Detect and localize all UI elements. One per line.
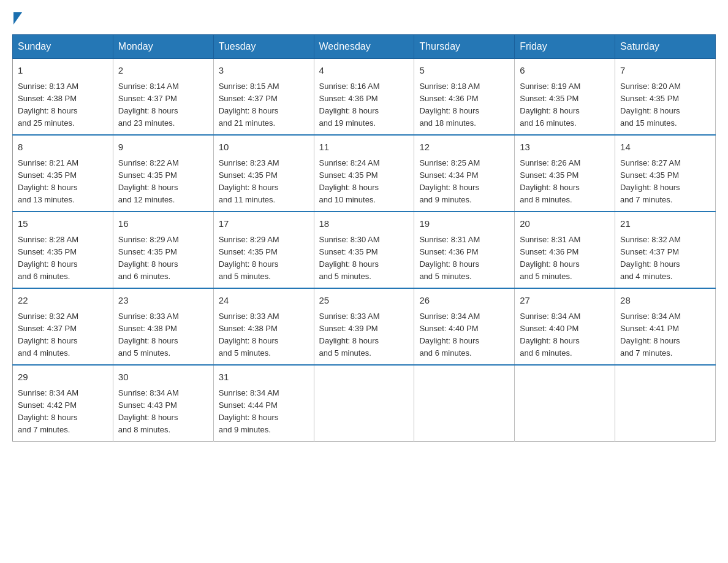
- day-number: 28: [620, 294, 710, 308]
- cell-content: Sunrise: 8:22 AMSunset: 4:35 PMDaylight:…: [118, 157, 208, 207]
- calendar-cell: 9Sunrise: 8:22 AMSunset: 4:35 PMDaylight…: [113, 135, 213, 212]
- day-number: 20: [520, 217, 610, 231]
- cell-content: Sunrise: 8:31 AMSunset: 4:36 PMDaylight:…: [419, 234, 509, 283]
- cell-content: Sunrise: 8:34 AMSunset: 4:40 PMDaylight:…: [520, 310, 610, 360]
- weekday-header-saturday: Saturday: [615, 35, 716, 59]
- calendar-cell: 25Sunrise: 8:33 AMSunset: 4:39 PMDayligh…: [314, 288, 414, 365]
- calendar-cell: 5Sunrise: 8:18 AMSunset: 4:36 PMDaylight…: [414, 59, 515, 136]
- cell-content: Sunrise: 8:34 AMSunset: 4:40 PMDaylight:…: [419, 310, 509, 360]
- day-number: 31: [219, 370, 309, 385]
- cell-content: Sunrise: 8:26 AMSunset: 4:35 PMDaylight:…: [520, 157, 610, 207]
- weekday-header-tuesday: Tuesday: [213, 35, 314, 59]
- weekday-header-thursday: Thursday: [414, 35, 515, 59]
- day-number: 29: [18, 370, 108, 385]
- weekday-header-wednesday: Wednesday: [314, 35, 414, 59]
- calendar-cell: [615, 365, 716, 442]
- day-number: 16: [118, 217, 208, 231]
- calendar-cell: 20Sunrise: 8:31 AMSunset: 4:36 PMDayligh…: [515, 212, 615, 288]
- day-number: 15: [18, 217, 108, 231]
- logo-text: [12, 12, 23, 25]
- calendar-cell: 18Sunrise: 8:30 AMSunset: 4:35 PMDayligh…: [314, 212, 414, 288]
- cell-content: Sunrise: 8:18 AMSunset: 4:36 PMDaylight:…: [419, 80, 509, 130]
- calendar-week-row: 1Sunrise: 8:13 AMSunset: 4:38 PMDaylight…: [13, 59, 716, 136]
- weekday-header-sunday: Sunday: [13, 35, 113, 59]
- cell-content: Sunrise: 8:34 AMSunset: 4:44 PMDaylight:…: [219, 387, 309, 437]
- calendar-cell: 3Sunrise: 8:15 AMSunset: 4:37 PMDaylight…: [213, 59, 314, 136]
- cell-content: Sunrise: 8:27 AMSunset: 4:35 PMDaylight:…: [620, 157, 710, 207]
- cell-content: Sunrise: 8:29 AMSunset: 4:35 PMDaylight:…: [118, 234, 208, 283]
- calendar-week-row: 15Sunrise: 8:28 AMSunset: 4:35 PMDayligh…: [13, 212, 716, 288]
- calendar-cell: 13Sunrise: 8:26 AMSunset: 4:35 PMDayligh…: [515, 135, 615, 212]
- day-number: 23: [118, 294, 208, 308]
- calendar-cell: 14Sunrise: 8:27 AMSunset: 4:35 PMDayligh…: [615, 135, 716, 212]
- calendar-cell: 28Sunrise: 8:34 AMSunset: 4:41 PMDayligh…: [615, 288, 716, 365]
- cell-content: Sunrise: 8:33 AMSunset: 4:38 PMDaylight:…: [118, 310, 208, 360]
- calendar-table: SundayMondayTuesdayWednesdayThursdayFrid…: [12, 34, 716, 442]
- calendar-cell: 23Sunrise: 8:33 AMSunset: 4:38 PMDayligh…: [113, 288, 213, 365]
- day-number: 14: [620, 140, 710, 155]
- day-number: 10: [219, 140, 309, 155]
- cell-content: Sunrise: 8:14 AMSunset: 4:37 PMDaylight:…: [118, 80, 208, 130]
- day-number: 1: [18, 64, 108, 78]
- calendar-cell: 17Sunrise: 8:29 AMSunset: 4:35 PMDayligh…: [213, 212, 314, 288]
- day-number: 2: [118, 64, 208, 78]
- cell-content: Sunrise: 8:20 AMSunset: 4:35 PMDaylight:…: [620, 80, 710, 130]
- calendar-cell: 26Sunrise: 8:34 AMSunset: 4:40 PMDayligh…: [414, 288, 515, 365]
- cell-content: Sunrise: 8:15 AMSunset: 4:37 PMDaylight:…: [219, 80, 309, 130]
- calendar-cell: 4Sunrise: 8:16 AMSunset: 4:36 PMDaylight…: [314, 59, 414, 136]
- calendar-cell: 6Sunrise: 8:19 AMSunset: 4:35 PMDaylight…: [515, 59, 615, 136]
- page-header: [12, 12, 716, 22]
- cell-content: Sunrise: 8:21 AMSunset: 4:35 PMDaylight:…: [18, 157, 108, 207]
- cell-content: Sunrise: 8:34 AMSunset: 4:42 PMDaylight:…: [18, 387, 108, 437]
- day-number: 13: [520, 140, 610, 155]
- day-number: 26: [419, 294, 509, 308]
- calendar-cell: 30Sunrise: 8:34 AMSunset: 4:43 PMDayligh…: [113, 365, 213, 442]
- calendar-cell: [515, 365, 615, 442]
- day-number: 7: [620, 64, 710, 78]
- calendar-cell: [414, 365, 515, 442]
- cell-content: Sunrise: 8:32 AMSunset: 4:37 PMDaylight:…: [18, 310, 108, 360]
- cell-content: Sunrise: 8:13 AMSunset: 4:38 PMDaylight:…: [18, 80, 108, 130]
- cell-content: Sunrise: 8:33 AMSunset: 4:39 PMDaylight:…: [319, 310, 409, 360]
- cell-content: Sunrise: 8:34 AMSunset: 4:43 PMDaylight:…: [118, 387, 208, 437]
- cell-content: Sunrise: 8:25 AMSunset: 4:34 PMDaylight:…: [419, 157, 509, 207]
- day-number: 18: [319, 217, 409, 231]
- day-number: 21: [620, 217, 710, 231]
- day-number: 4: [319, 64, 409, 78]
- day-number: 19: [419, 217, 509, 231]
- cell-content: Sunrise: 8:32 AMSunset: 4:37 PMDaylight:…: [620, 234, 710, 283]
- day-number: 5: [419, 64, 509, 78]
- day-number: 24: [219, 294, 309, 308]
- calendar-cell: 7Sunrise: 8:20 AMSunset: 4:35 PMDaylight…: [615, 59, 716, 136]
- day-number: 25: [319, 294, 409, 308]
- weekday-header-monday: Monday: [113, 35, 213, 59]
- calendar-cell: 1Sunrise: 8:13 AMSunset: 4:38 PMDaylight…: [13, 59, 113, 136]
- day-number: 30: [118, 370, 208, 385]
- cell-content: Sunrise: 8:31 AMSunset: 4:36 PMDaylight:…: [520, 234, 610, 283]
- calendar-week-row: 22Sunrise: 8:32 AMSunset: 4:37 PMDayligh…: [13, 288, 716, 365]
- calendar-cell: 21Sunrise: 8:32 AMSunset: 4:37 PMDayligh…: [615, 212, 716, 288]
- day-number: 3: [219, 64, 309, 78]
- logo-triangle-icon: [13, 12, 22, 25]
- calendar-cell: 11Sunrise: 8:24 AMSunset: 4:35 PMDayligh…: [314, 135, 414, 212]
- day-number: 22: [18, 294, 108, 308]
- cell-content: Sunrise: 8:28 AMSunset: 4:35 PMDaylight:…: [18, 234, 108, 283]
- logo: [12, 12, 23, 22]
- day-number: 17: [219, 217, 309, 231]
- cell-content: Sunrise: 8:16 AMSunset: 4:36 PMDaylight:…: [319, 80, 409, 130]
- weekday-header-friday: Friday: [515, 35, 615, 59]
- calendar-cell: 16Sunrise: 8:29 AMSunset: 4:35 PMDayligh…: [113, 212, 213, 288]
- calendar-cell: 15Sunrise: 8:28 AMSunset: 4:35 PMDayligh…: [13, 212, 113, 288]
- cell-content: Sunrise: 8:29 AMSunset: 4:35 PMDaylight:…: [219, 234, 309, 283]
- calendar-week-row: 29Sunrise: 8:34 AMSunset: 4:42 PMDayligh…: [13, 365, 716, 442]
- cell-content: Sunrise: 8:23 AMSunset: 4:35 PMDaylight:…: [219, 157, 309, 207]
- weekday-header-row: SundayMondayTuesdayWednesdayThursdayFrid…: [13, 35, 716, 59]
- cell-content: Sunrise: 8:19 AMSunset: 4:35 PMDaylight:…: [520, 80, 610, 130]
- cell-content: Sunrise: 8:24 AMSunset: 4:35 PMDaylight:…: [319, 157, 409, 207]
- cell-content: Sunrise: 8:34 AMSunset: 4:41 PMDaylight:…: [620, 310, 710, 360]
- day-number: 9: [118, 140, 208, 155]
- calendar-cell: 31Sunrise: 8:34 AMSunset: 4:44 PMDayligh…: [213, 365, 314, 442]
- calendar-cell: [314, 365, 414, 442]
- calendar-week-row: 8Sunrise: 8:21 AMSunset: 4:35 PMDaylight…: [13, 135, 716, 212]
- day-number: 6: [520, 64, 610, 78]
